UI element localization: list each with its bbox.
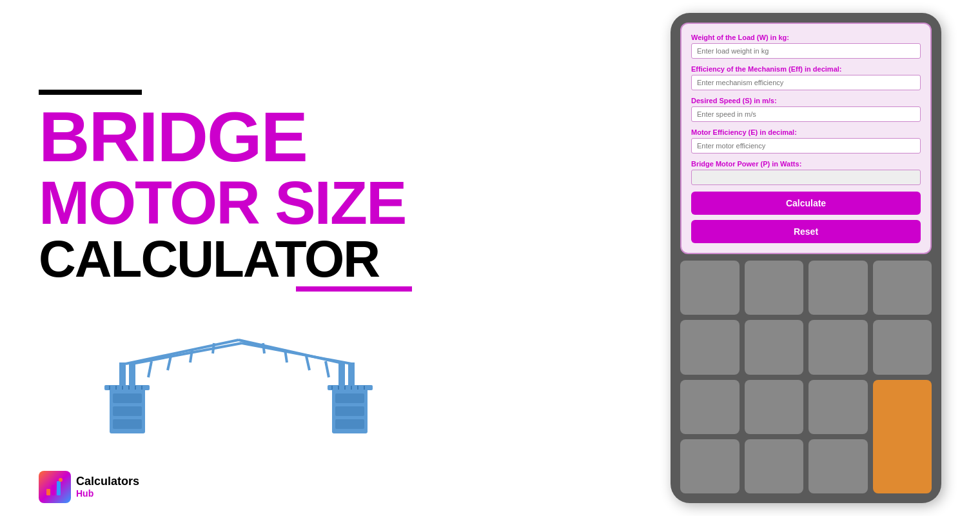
- key-11[interactable]: [808, 380, 868, 434]
- svg-rect-40: [57, 481, 61, 495]
- decorative-bar: [39, 90, 142, 95]
- key-7[interactable]: [808, 320, 868, 374]
- motor-efficiency-field-group: Motor Efficiency (E) in decimal:: [691, 128, 921, 154]
- calculator: Weight of the Load (W) in kg: Efficiency…: [671, 13, 941, 503]
- title-line-1: BRIDGE: [39, 101, 406, 172]
- key-3[interactable]: [808, 261, 868, 315]
- svg-rect-6: [104, 385, 150, 390]
- key-14[interactable]: [808, 439, 868, 493]
- key-12[interactable]: [680, 439, 740, 493]
- weight-input[interactable]: [691, 43, 921, 59]
- logo-name-bottom: Hub: [76, 488, 139, 499]
- svg-rect-39: [52, 485, 55, 495]
- svg-rect-20: [335, 393, 364, 403]
- left-section: BRIDGE MOTOR SIZE CALCULATOR: [39, 77, 671, 440]
- key-6[interactable]: [745, 320, 804, 374]
- svg-point-41: [59, 478, 63, 482]
- action-buttons: Calculate Reset: [691, 192, 921, 243]
- speed-field-group: Desired Speed (S) in m/s:: [691, 97, 921, 122]
- svg-line-34: [326, 361, 329, 377]
- key-5[interactable]: [680, 320, 740, 374]
- svg-line-13: [126, 340, 239, 364]
- efficiency-label: Efficiency of the Mechanism (Eff) in dec…: [691, 65, 921, 73]
- key-2[interactable]: [745, 261, 804, 315]
- title-line-2: MOTOR SIZE: [39, 172, 406, 233]
- reset-button[interactable]: Reset: [691, 220, 921, 243]
- motor-efficiency-label: Motor Efficiency (E) in decimal:: [691, 128, 921, 136]
- svg-line-33: [242, 343, 351, 364]
- key-4[interactable]: [873, 261, 932, 315]
- key-13[interactable]: [745, 439, 804, 493]
- logo-icon: [39, 471, 71, 503]
- speed-label: Desired Speed (S) in m/s:: [691, 97, 921, 104]
- title-block: BRIDGE MOTOR SIZE CALCULATOR: [39, 90, 406, 285]
- key-10[interactable]: [745, 380, 804, 434]
- svg-rect-21: [335, 406, 364, 416]
- calculate-button[interactable]: Calculate: [691, 192, 921, 215]
- key-orange-tall[interactable]: [873, 380, 932, 494]
- weight-field-group: Weight of the Load (W) in kg:: [691, 34, 921, 59]
- weight-label: Weight of the Load (W) in kg:: [691, 34, 921, 41]
- speed-input[interactable]: [691, 106, 921, 122]
- logo-text: Calculators Hub: [76, 475, 139, 499]
- motor-efficiency-input[interactable]: [691, 138, 921, 154]
- power-field-group: Bridge Motor Power (P) in Watts:: [691, 160, 921, 185]
- keypad: [680, 261, 932, 493]
- logo-name-top: Calculators: [76, 475, 139, 489]
- efficiency-input[interactable]: [691, 75, 921, 90]
- efficiency-field-group: Efficiency of the Mechanism (Eff) in dec…: [691, 65, 921, 90]
- svg-rect-2: [113, 406, 142, 416]
- key-8[interactable]: [873, 320, 932, 374]
- bridge-svg: [90, 324, 387, 440]
- svg-rect-22: [335, 419, 364, 429]
- title-line-3: CALCULATOR: [39, 233, 406, 285]
- svg-rect-3: [113, 419, 142, 429]
- key-1[interactable]: [680, 261, 740, 315]
- logo: Calculators Hub: [39, 471, 139, 503]
- svg-line-15: [148, 361, 152, 377]
- svg-line-35: [306, 356, 309, 370]
- svg-rect-38: [46, 489, 50, 495]
- svg-line-14: [132, 343, 242, 364]
- svg-line-18: [213, 343, 214, 353]
- key-9[interactable]: [680, 380, 740, 434]
- svg-line-37: [263, 343, 264, 353]
- bridge-illustration: [77, 311, 400, 440]
- svg-rect-25: [328, 385, 373, 390]
- power-input[interactable]: [691, 170, 921, 185]
- power-label: Bridge Motor Power (P) in Watts:: [691, 160, 921, 168]
- calculator-screen: Weight of the Load (W) in kg: Efficiency…: [680, 23, 932, 254]
- svg-rect-1: [113, 393, 142, 403]
